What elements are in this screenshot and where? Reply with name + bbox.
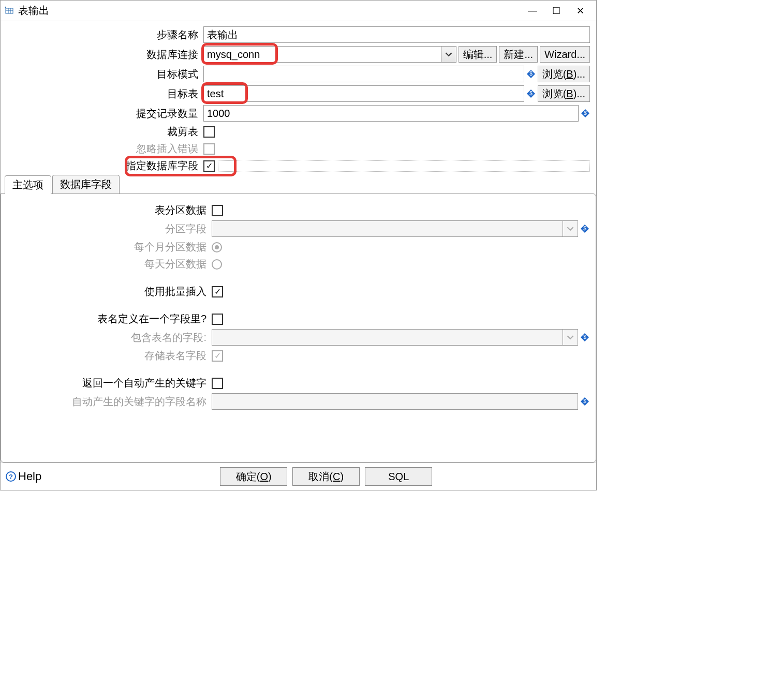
svg-text:$: $ [529,91,533,96]
variable-icon: $ [581,109,590,118]
tabs: 主选项 数据库字段 表分区数据 分区字段 $ [1,175,596,463]
chevron-down-icon [563,329,578,346]
tab-db-fields[interactable]: 数据库字段 [52,175,120,193]
truncate-checkbox[interactable] [203,126,215,138]
dotted-spacer [218,160,590,172]
footer: ? Help 确定(O) 取消(C) SQL [1,463,596,490]
label-step-name: 步骤名称 [7,28,203,42]
commit-size-input[interactable] [203,105,579,122]
db-conn-value[interactable] [203,46,441,63]
ok-button[interactable]: 确定(O) [220,467,287,486]
chevron-down-icon [563,220,578,237]
variable-icon: $ [580,397,589,406]
label-specify-db-fields: 指定数据库字段 [7,159,203,173]
sql-button[interactable]: SQL [365,467,432,486]
svg-text:$: $ [529,71,533,77]
variable-icon: $ [580,224,589,233]
svg-text:?: ? [9,473,13,481]
tab-panel-main: 表分区数据 分区字段 $ 每个月分区数据 每天分 [1,193,596,463]
svg-rect-0 [6,8,13,13]
maximize-button[interactable]: ☐ [544,3,568,19]
titlebar: 表输出 — ☐ ✕ [1,1,596,21]
browse-table-button[interactable]: 浏览(B)... [538,85,590,102]
label-store-table-field: 存储表名字段 [7,349,212,363]
label-auto-key-field: 自动产生的关键字的字段名称 [7,395,212,409]
svg-text:$: $ [583,334,586,340]
label-db-conn: 数据库连接 [7,48,203,62]
return-auto-key-checkbox[interactable] [212,378,223,389]
field-with-table-combo [212,329,578,346]
wizard-button[interactable]: Wizard... [540,46,590,63]
specify-db-fields-checkbox[interactable] [203,160,215,172]
tab-main[interactable]: 主选项 [5,175,51,194]
svg-text:$: $ [584,110,587,116]
variable-icon: $ [526,89,536,98]
target-schema-input[interactable] [203,66,524,82]
label-partition-monthly: 每个月分区数据 [7,240,212,254]
target-table-input[interactable] [203,85,524,102]
label-ignore-insert-err: 忽略插入错误 [7,142,203,156]
db-conn-combo[interactable] [203,46,456,63]
label-partition-field: 分区字段 [7,222,212,236]
cancel-button[interactable]: 取消(C) [292,467,360,486]
dialog-window: 表输出 — ☐ ✕ 步骤名称 数据库连接 编辑... 新建... Wizard.… [0,0,597,490]
edit-conn-button[interactable]: 编辑... [459,46,497,63]
chevron-down-icon[interactable] [441,46,456,63]
minimize-button[interactable]: — [521,3,544,19]
form-area: 步骤名称 数据库连接 编辑... 新建... Wizard... 目标模式 $ … [1,21,596,175]
label-use-batch: 使用批量插入 [7,285,212,299]
step-name-input[interactable] [203,26,590,43]
new-conn-button[interactable]: 新建... [499,46,538,63]
svg-text:$: $ [583,398,586,404]
label-truncate: 裁剪表 [7,125,203,139]
label-target-table: 目标表 [7,87,203,101]
label-field-with-table: 包含表名的字段: [7,331,212,345]
field-with-table-value [212,329,563,346]
use-batch-checkbox[interactable] [212,286,223,297]
label-table-in-field: 表名定义在一个字段里? [7,312,212,326]
partition-field-combo [212,220,578,237]
variable-icon: $ [580,333,589,342]
partition-field-value [212,220,563,237]
label-partition-daily: 每天分区数据 [7,257,212,271]
label-target-schema: 目标模式 [7,67,203,81]
ignore-insert-err-checkbox [203,143,215,155]
svg-text:$: $ [583,226,586,231]
table-in-field-checkbox[interactable] [212,314,223,325]
partition-monthly-radio [212,242,222,252]
label-partition-data: 表分区数据 [7,203,212,217]
window-title: 表输出 [18,4,521,18]
partition-daily-radio [212,259,222,270]
table-output-icon [5,6,14,16]
label-commit-size: 提交记录数量 [7,107,203,121]
partition-data-checkbox[interactable] [212,205,223,216]
label-return-auto-key: 返回一个自动产生的关键字 [7,376,212,390]
help-link[interactable]: ? Help [6,470,41,483]
browse-schema-button[interactable]: 浏览(B)... [538,66,590,82]
auto-key-field-input [212,393,578,410]
close-button[interactable]: ✕ [568,3,592,19]
store-table-field-checkbox [212,350,223,362]
variable-icon: $ [526,69,536,79]
